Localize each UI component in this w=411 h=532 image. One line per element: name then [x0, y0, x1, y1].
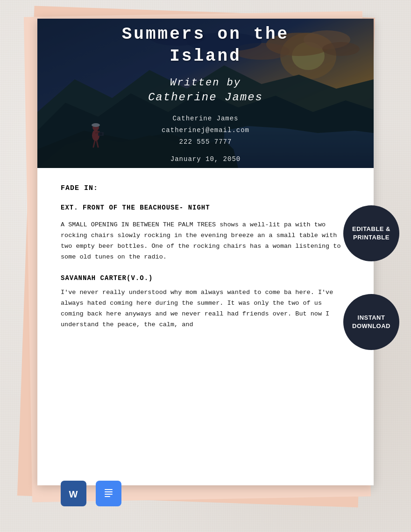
hero-contact-phone: 222 555 7777 [122, 136, 289, 148]
dialogue-text: I've never really understood why mom alw… [61, 287, 336, 330]
hero-content: Summers on the Island Written by Catheri… [113, 19, 298, 168]
badge-download-line1: INSTANT [358, 314, 385, 322]
svg-rect-20 [100, 485, 117, 502]
badge-editable-line1: EDITABLE & [352, 225, 390, 233]
svg-rect-24 [105, 496, 110, 497]
hero-contact-info: Catherine James catherinej@email.com 222… [122, 113, 289, 148]
main-document: Summers on the Island Written by Catheri… [37, 19, 374, 485]
hero-written-by-label: Written by [122, 77, 289, 89]
action-paragraph: A SMALL OPENING IN BETWEEN THE PALM TREE… [61, 220, 350, 263]
character-name: SAVANNAH CARTER(V.O.) [61, 274, 350, 282]
page-container: Summers on the Island Written by Catheri… [0, 0, 411, 532]
action-caps-text: A SMALL OPENING IN BETWEEN THE PALM TREE… [61, 221, 216, 228]
docs-icon[interactable] [96, 481, 121, 506]
hero-contact-email: catherinej@email.com [122, 125, 289, 136]
script-body: EDITABLE & PRINTABLE INSTANT DOWNLOAD FA… [37, 168, 374, 349]
hero-date: January 10, 2050 [122, 155, 289, 163]
hero-title: Summers on the Island [122, 24, 289, 68]
hero-contact-name: Catherine James [122, 113, 289, 125]
one-of-the-text: One of the [151, 243, 189, 250]
word-icon-svg: W [65, 485, 82, 502]
word-icon[interactable]: W [61, 481, 86, 506]
bottom-app-icons: W [61, 481, 121, 506]
hero-section: Summers on the Island Written by Catheri… [37, 19, 374, 168]
badge-editable-printable: EDITABLE & PRINTABLE [343, 205, 399, 261]
badge-editable-line2: PRINTABLE [353, 233, 390, 242]
svg-text:W: W [69, 489, 78, 499]
badge-instant-download: INSTANT DOWNLOAD [343, 294, 399, 350]
badge-download-line2: DOWNLOAD [352, 322, 390, 330]
hero-title-line2: Island [170, 47, 241, 66]
fade-in-text: FADE IN: [61, 184, 350, 192]
hero-title-line1: Summers on the [122, 25, 289, 44]
svg-rect-22 [105, 491, 113, 492]
hero-author-name: Catherine James [122, 91, 289, 104]
svg-rect-21 [105, 489, 113, 490]
svg-rect-23 [105, 494, 113, 495]
docs-icon-svg [100, 485, 117, 502]
scene-heading: EXT. FRONT OF THE BEACHOUSE- NIGHT [61, 204, 350, 211]
the-summer-ref: the [182, 300, 193, 307]
